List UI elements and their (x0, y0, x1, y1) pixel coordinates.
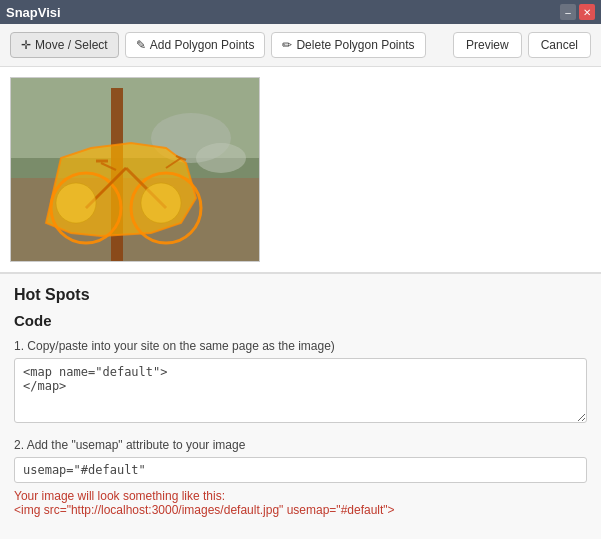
step-1-label: 1. Copy/paste into your site on the same… (14, 339, 587, 353)
svg-point-17 (141, 183, 181, 223)
move-select-button[interactable]: ✛ Move / Select (10, 32, 119, 58)
toolbar: ✛ Move / Select ✎ Add Polygon Points ✏ D… (0, 24, 601, 67)
code-title: Code (14, 312, 587, 329)
step-2-label: 2. Add the "usemap" attribute to your im… (14, 438, 587, 452)
image-container[interactable] (10, 77, 260, 262)
image-area (0, 67, 601, 272)
main-content: ✛ Move / Select ✎ Add Polygon Points ✏ D… (0, 24, 601, 539)
svg-point-16 (56, 183, 96, 223)
window-controls: – ✕ (560, 4, 595, 20)
step-2-input[interactable] (14, 457, 587, 483)
hint-text: Your image will look something like this… (14, 489, 587, 517)
minimize-button[interactable]: – (560, 4, 576, 20)
step-1: 1. Copy/paste into your site on the same… (14, 339, 587, 426)
svg-point-4 (196, 143, 246, 173)
hotspots-title: Hot Spots (14, 286, 587, 304)
hotspots-section: Hot Spots Code 1. Copy/paste into your s… (0, 272, 601, 539)
move-icon: ✛ (21, 38, 31, 52)
title-bar: SnapVisi – ✕ (0, 0, 601, 24)
delete-polygon-button[interactable]: ✏ Delete Polygon Points (271, 32, 425, 58)
add-polygon-button[interactable]: ✎ Add Polygon Points (125, 32, 266, 58)
step-2: 2. Add the "usemap" attribute to your im… (14, 438, 587, 517)
app-title: SnapVisi (6, 5, 61, 20)
preview-button[interactable]: Preview (453, 32, 522, 58)
canvas-image (11, 78, 260, 262)
step-1-textarea[interactable]: <map name="default"> </map> (14, 358, 587, 423)
polygon-add-icon: ✎ (136, 38, 146, 52)
cancel-button[interactable]: Cancel (528, 32, 591, 58)
polygon-delete-icon: ✏ (282, 38, 292, 52)
close-button[interactable]: ✕ (579, 4, 595, 20)
hint-link[interactable]: <img src="http://localhost:3000/images/d… (14, 503, 395, 517)
